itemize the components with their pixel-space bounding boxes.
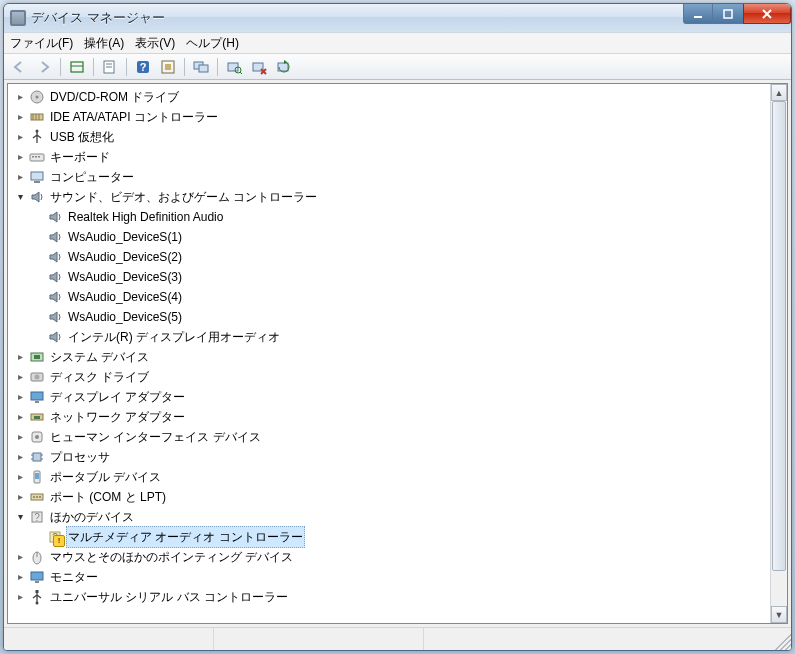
mouse-icon xyxy=(29,549,45,565)
tree-item[interactable]: ▸ポート (COM と LPT) xyxy=(14,487,770,507)
svg-rect-12 xyxy=(199,65,208,72)
unknown-device-icon: ? xyxy=(47,529,63,545)
tree-item[interactable]: ▸IDE ATA/ATAPI コントローラー xyxy=(14,107,770,127)
svg-point-19 xyxy=(36,96,39,99)
svg-point-60 xyxy=(36,602,39,605)
menu-file[interactable]: ファイル(F) xyxy=(10,35,73,52)
tree-item[interactable]: ▸コンピューター xyxy=(14,167,770,187)
tree-item[interactable]: ?マルチメディア オーディオ コントローラー xyxy=(32,527,770,547)
minimize-icon xyxy=(693,9,703,19)
tree-item-label: ポータブル デバイス xyxy=(48,467,163,487)
tree-item[interactable]: ▸プロセッサ xyxy=(14,447,770,467)
svg-rect-35 xyxy=(31,392,43,400)
status-cell xyxy=(4,628,214,650)
svg-point-40 xyxy=(35,435,39,439)
disk-drive-icon xyxy=(29,369,45,385)
tree-item-label: マルチメディア オーディオ コントローラー xyxy=(66,526,305,548)
tree-item[interactable]: ▸ポータブル デバイス xyxy=(14,467,770,487)
tree-item-label: ネットワーク アダプター xyxy=(48,407,187,427)
close-button[interactable] xyxy=(743,4,791,24)
expand-icon: ▸ xyxy=(14,171,26,183)
expand-icon: ▸ xyxy=(14,491,26,503)
tree-item[interactable]: ▸DVD/CD-ROM ドライブ xyxy=(14,87,770,107)
tree-item-label: インテル(R) ディスプレイ用オーディオ xyxy=(66,327,282,347)
tree-item[interactable]: ▸ネットワーク アダプター xyxy=(14,407,770,427)
tree-item[interactable]: ▸キーボード xyxy=(14,147,770,167)
expand-icon: ▸ xyxy=(14,571,26,583)
display-adapter-icon xyxy=(29,389,45,405)
collapse-icon[interactable]: ▾ xyxy=(14,191,26,203)
vertical-scrollbar[interactable]: ▲ ▼ xyxy=(770,84,787,623)
tree-item[interactable]: ▸ヒューマン インターフェイス デバイス xyxy=(14,427,770,447)
collapse-icon[interactable]: ▾ xyxy=(14,511,26,523)
tree-item-label: IDE ATA/ATAPI コントローラー xyxy=(48,107,220,127)
titlebar[interactable]: デバイス マネージャー xyxy=(4,4,791,32)
computer-icon xyxy=(29,169,45,185)
maximize-icon xyxy=(723,9,733,19)
svg-rect-36 xyxy=(35,401,39,403)
tree-item[interactable]: WsAudio_DeviceS(4) xyxy=(32,287,770,307)
tree-item[interactable]: ▸ユニバーサル シリアル バス コントローラー xyxy=(14,587,770,607)
tree-item[interactable]: ▸ディスク ドライブ xyxy=(14,367,770,387)
forward-button[interactable] xyxy=(33,56,55,78)
tree-item[interactable]: インテル(R) ディスプレイ用オーディオ xyxy=(32,327,770,347)
close-icon xyxy=(761,8,773,20)
tree-item-label: ユニバーサル シリアル バス コントローラー xyxy=(48,587,290,607)
tree-item[interactable]: WsAudio_DeviceS(3) xyxy=(32,267,770,287)
maximize-button[interactable] xyxy=(713,4,743,24)
menubar: ファイル(F) 操作(A) 表示(V) ヘルプ(H) xyxy=(4,32,791,54)
tree-item[interactable]: WsAudio_DeviceS(1) xyxy=(32,227,770,247)
menu-view[interactable]: 表示(V) xyxy=(135,35,175,52)
uninstall-button[interactable] xyxy=(248,56,270,78)
tree-item-label: モニター xyxy=(48,567,100,587)
tree-item[interactable]: ▸マウスとそのほかのポインティング デバイス xyxy=(14,547,770,567)
show-hidden-button[interactable] xyxy=(66,56,88,78)
tree-item-label: プロセッサ xyxy=(48,447,112,467)
system-device-icon xyxy=(29,349,45,365)
scroll-down-button[interactable]: ▼ xyxy=(771,606,787,623)
tree-item[interactable]: ▸システム デバイス xyxy=(14,347,770,367)
tree-item[interactable]: Realtek High Definition Audio xyxy=(32,207,770,227)
sound-icon xyxy=(47,209,63,225)
menu-action[interactable]: 操作(A) xyxy=(84,35,124,52)
tree-category[interactable]: ▾?ほかのデバイス xyxy=(14,507,770,527)
sound-icon xyxy=(47,289,63,305)
tree-item[interactable]: ▸モニター xyxy=(14,567,770,587)
window-title: デバイス マネージャー xyxy=(31,9,683,27)
tree-item[interactable]: ▸USB 仮想化 xyxy=(14,127,770,147)
status-cell xyxy=(214,628,424,650)
disc-drive-icon xyxy=(29,89,45,105)
update-driver-button[interactable] xyxy=(273,56,295,78)
scroll-thumb[interactable] xyxy=(772,101,786,571)
device-manager-window: デバイス マネージャー ファイル(F) 操作(A) 表示(V) ヘルプ(H) xyxy=(3,3,792,651)
scroll-track[interactable] xyxy=(771,101,787,606)
toolbar-separator xyxy=(184,58,185,76)
svg-rect-30 xyxy=(34,181,40,183)
remote-button[interactable] xyxy=(190,56,212,78)
options-button[interactable] xyxy=(157,56,179,78)
help-button[interactable]: ? xyxy=(132,56,154,78)
tree-item-label: WsAudio_DeviceS(1) xyxy=(66,227,184,247)
forward-arrow-icon xyxy=(37,60,51,74)
tree-item-label: WsAudio_DeviceS(3) xyxy=(66,267,184,287)
back-button[interactable] xyxy=(8,56,30,78)
properties-button[interactable] xyxy=(99,56,121,78)
tree-item[interactable]: WsAudio_DeviceS(2) xyxy=(32,247,770,267)
svg-line-15 xyxy=(240,72,242,74)
processor-icon xyxy=(29,449,45,465)
expand-icon: ▸ xyxy=(14,431,26,443)
device-tree[interactable]: ▸DVD/CD-ROM ドライブ▸IDE ATA/ATAPI コントローラー▸U… xyxy=(8,84,770,623)
tree-item[interactable]: ▸ディスプレイ アダプター xyxy=(14,387,770,407)
scroll-up-button[interactable]: ▲ xyxy=(771,84,787,101)
sound-icon xyxy=(47,309,63,325)
minimize-button[interactable] xyxy=(683,4,713,24)
menu-help[interactable]: ヘルプ(H) xyxy=(186,35,239,52)
monitor-icon xyxy=(29,569,45,585)
resize-grip[interactable] xyxy=(771,628,791,650)
scan-button[interactable] xyxy=(223,56,245,78)
tree-item[interactable]: WsAudio_DeviceS(5) xyxy=(32,307,770,327)
svg-rect-41 xyxy=(33,453,41,461)
tree-category[interactable]: ▾サウンド、ビデオ、およびゲーム コントローラー xyxy=(14,187,770,207)
svg-rect-10 xyxy=(165,64,171,70)
tree-item-label: ほかのデバイス xyxy=(48,507,136,527)
